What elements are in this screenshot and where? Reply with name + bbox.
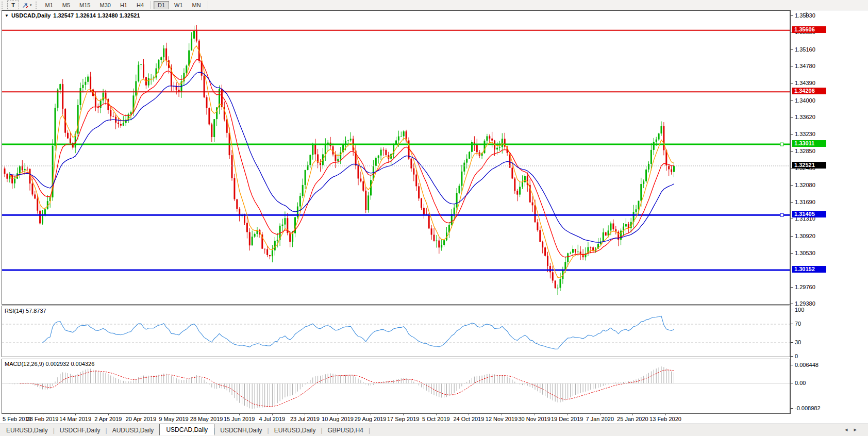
tab-eurusd-daily[interactable]: EURUSD,Daily	[0, 425, 54, 435]
tab-scroll-arrows[interactable]: ◂▸	[845, 426, 863, 433]
pointer-style-button[interactable]: ▾	[20, 1, 34, 9]
timeframe-mn[interactable]: MN	[188, 1, 205, 9]
candle-up	[85, 82, 86, 85]
date-tick-label: 28 May 2019	[190, 416, 223, 422]
toolbar-drag-handle-2[interactable]	[36, 2, 39, 9]
candle-down	[37, 198, 38, 210]
candle-up	[302, 185, 304, 196]
candle-up	[191, 39, 192, 51]
candle-down	[211, 124, 212, 137]
rsi-axis-tick: 0	[795, 353, 798, 359]
date-tickmark	[75, 414, 76, 415]
collapse-arrow-icon[interactable]: ▼	[5, 13, 9, 18]
macd-indicator-panel[interactable]: MACD(12,26,9) 0.002932 0.004326	[2, 359, 790, 414]
toolbar-drag-handle[interactable]	[2, 2, 5, 9]
date-tick-label: 5 Oct 2019	[422, 416, 450, 422]
tab-usdcad-daily[interactable]: USDCAD,Daily	[159, 424, 214, 435]
tab-usdcnh-daily[interactable]: USDCNH,Daily	[214, 425, 268, 435]
candle-up	[254, 234, 256, 237]
candle-up	[459, 186, 460, 193]
price-axis[interactable]: 1.359301.355501.351601.347801.343901.340…	[791, 10, 868, 414]
candle-down	[514, 178, 515, 191]
tab-scroll-right-icon[interactable]: ▸	[854, 426, 863, 432]
candle-down	[176, 87, 177, 90]
candle-up	[471, 142, 473, 152]
candle-up	[577, 251, 579, 252]
date-tickmark	[338, 414, 338, 415]
candle-down	[423, 208, 425, 214]
date-tickmark	[43, 414, 43, 415]
candle-up	[103, 93, 104, 100]
candle-up	[608, 230, 609, 236]
price-axis-tick: 1.35930	[795, 12, 815, 19]
candle-down	[605, 232, 607, 236]
axis-tick-dash	[791, 253, 793, 254]
date-tick-label: 23 Jul 2019	[290, 416, 320, 422]
candle-up	[640, 184, 642, 201]
candle-down	[22, 166, 23, 171]
date-tick-label: 15 Jun 2019	[224, 416, 255, 422]
timeframe-w1[interactable]: W1	[170, 1, 187, 9]
timeframe-d1[interactable]: D1	[154, 1, 169, 9]
candle-up	[463, 163, 465, 172]
candle-down	[204, 76, 205, 97]
rsi-canvas[interactable]	[2, 306, 790, 357]
tab-gbpusd-h4[interactable]: GBPUSD,H4	[322, 425, 370, 435]
candle-down	[231, 155, 233, 178]
level-price-tag: 1.31405	[792, 211, 826, 217]
candle-up	[160, 57, 162, 60]
toolbar-separator	[151, 1, 151, 9]
price-axis-tick: 1.34780	[795, 63, 815, 69]
candle-up	[486, 136, 488, 141]
price-axis-tick: 1.31690	[795, 199, 815, 205]
price-axis-tick: 1.33620	[795, 114, 815, 120]
candle-up	[456, 193, 458, 208]
timeframe-h1[interactable]: H1	[116, 1, 131, 9]
candle-down	[516, 191, 518, 195]
main-chart-panel[interactable]: ▼ USDCAD,Daily 1.32547 1.32614 1.32480 1…	[2, 10, 790, 305]
candle-up	[350, 139, 352, 140]
candle-down	[415, 175, 417, 187]
tab-scroll-left-icon[interactable]: ◂	[845, 426, 854, 432]
chart-symbol-title: USDCAD,Daily	[11, 12, 51, 19]
timeframe-m1[interactable]: M1	[41, 1, 57, 9]
rsi-indicator-panel[interactable]: RSI(14) 57.8737	[2, 306, 790, 357]
candle-up	[441, 245, 442, 247]
timeframe-h4[interactable]: H4	[132, 1, 148, 9]
candle-up	[284, 218, 286, 225]
line-handle[interactable]	[780, 213, 783, 216]
date-tickmark	[567, 414, 567, 415]
date-tickmark	[108, 414, 109, 415]
text-tool-button[interactable]: T	[7, 1, 19, 9]
price-axis-tick: 1.34000	[795, 97, 815, 104]
candle-down	[246, 223, 248, 232]
date-tick-label: 14 Mar 2019	[59, 416, 91, 422]
rsi-line	[43, 316, 674, 349]
axis-tick-dash	[791, 408, 793, 409]
tab-audusd-daily[interactable]: AUDUSD,Daily	[106, 425, 160, 435]
candle-down	[535, 205, 536, 222]
candle-down	[547, 256, 548, 266]
timeframe-m15[interactable]: M15	[75, 1, 94, 9]
candle-down	[118, 123, 119, 124]
line-handle[interactable]	[780, 143, 783, 146]
main-chart-canvas[interactable]	[2, 11, 790, 304]
candle-down	[289, 233, 291, 242]
date-axis[interactable]: 5 Feb 201923 Feb 201914 Mar 20192 Apr 20…	[2, 414, 791, 424]
date-tick-label: 23 Feb 2019	[27, 416, 59, 422]
candle-up	[658, 133, 660, 140]
macd-canvas[interactable]	[2, 359, 790, 413]
candle-down	[208, 108, 210, 125]
candle-up	[123, 123, 124, 126]
candle-up	[484, 141, 486, 153]
candle-up	[648, 164, 649, 170]
date-tick-label: 17 Sep 2019	[387, 416, 419, 422]
price-axis-tick: 1.35160	[795, 46, 815, 53]
timeframe-m5[interactable]: M5	[58, 1, 74, 9]
candle-up	[292, 233, 293, 242]
tab-usdchf-daily[interactable]: USDCHF,Daily	[54, 425, 107, 435]
tab-eurusd-daily[interactable]: EURUSD,Daily	[268, 425, 322, 435]
candle-down	[542, 242, 543, 247]
axis-tick-dash	[791, 310, 793, 310]
timeframe-m30[interactable]: M30	[95, 1, 114, 9]
